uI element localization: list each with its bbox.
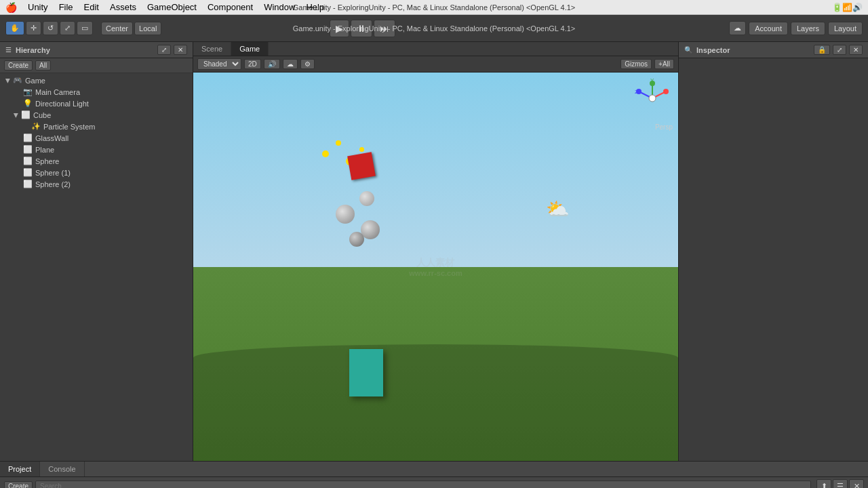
sphere-object-4 xyxy=(349,232,364,247)
toolbar: ✋ ✛ ↺ ⤢ ▭ Center Local Game.unity - Expl… xyxy=(0,15,868,42)
scene-gizmo: X Z Y xyxy=(632,78,673,119)
scene-settings-btn[interactable]: ⚙ xyxy=(300,59,315,69)
menu-component[interactable]: Component xyxy=(208,2,253,12)
game-icon: 🎮 xyxy=(13,76,22,85)
expand-cube: ▶ xyxy=(13,113,20,117)
hierarchy-item-particles[interactable]: ✨ Particle System xyxy=(0,121,193,132)
scene-sky xyxy=(193,73,678,286)
glasswall-icon: ⬜ xyxy=(23,134,33,142)
hierarchy-item-sphere1[interactable]: ⬜ Sphere (1) xyxy=(0,167,193,178)
menu-gameobject[interactable]: GameObject xyxy=(147,2,197,12)
bottom-toolbar: Create ⬆ ☰ ✕ xyxy=(0,477,868,488)
filter-btn[interactable]: ☰ xyxy=(833,479,848,488)
hierarchy-item-game[interactable]: ▶ 🎮 Game xyxy=(0,75,193,86)
hierarchy-all-btn[interactable]: All xyxy=(35,60,51,70)
rotate-tool[interactable]: ↺ xyxy=(43,21,58,35)
menubar: 🍎 Unity File Edit Assets GameObject Comp… xyxy=(0,0,868,15)
hierarchy-header: ☰ Hierarchy ⤢ ✕ xyxy=(0,42,193,58)
scene-tab[interactable]: Scene xyxy=(193,42,231,56)
menubar-title: Game.unity - ExploringUnity - PC, Mac & … xyxy=(293,3,576,12)
toolbar-right: ☁ Account Layers Layout xyxy=(729,21,863,35)
inspector-header: 🔍 Inspector 🔒 ⤢ ✕ xyxy=(679,42,868,58)
bottom-panel: Project Console Create ⬆ ☰ ✕ ▼ Favorites… xyxy=(0,461,868,488)
rect-tool[interactable]: ▭ xyxy=(77,21,93,35)
pivot-group: Center Local xyxy=(101,22,161,35)
inspector-actions: 🔒 ⤢ ✕ xyxy=(814,45,863,55)
bottom-right-icons: ⬆ ☰ ✕ xyxy=(816,479,864,488)
scene-ground-dark xyxy=(193,344,678,461)
hierarchy-toolbar: Create All xyxy=(0,58,193,73)
hand-tool[interactable]: ✋ xyxy=(5,21,24,35)
hierarchy-item-dir-light[interactable]: 💡 Directional Light xyxy=(0,98,193,109)
inspector-content xyxy=(679,58,868,461)
gizmos-btn[interactable]: Gizmos xyxy=(620,59,652,69)
inspector-icon: 🔍 xyxy=(684,46,692,54)
2d-btn[interactable]: 2D xyxy=(244,59,261,69)
scale-tool[interactable]: ⤢ xyxy=(60,21,75,35)
hierarchy-item-plane[interactable]: ⬜ Plane xyxy=(0,144,193,155)
menubar-right: Game.unity - ExploringUnity - PC, Mac & … xyxy=(832,3,863,12)
account-dropdown[interactable]: Account xyxy=(749,22,788,35)
hierarchy-item-cube[interactable]: ▶ ⬜ Cube xyxy=(0,109,193,121)
view-tabs: Scene Game xyxy=(193,42,678,56)
menu-assets[interactable]: Assets xyxy=(110,2,136,12)
inspector-panel: 🔍 Inspector 🔒 ⤢ ✕ xyxy=(678,42,868,461)
cloud-button[interactable]: ☁ xyxy=(729,21,746,35)
layers-dropdown[interactable]: Layers xyxy=(791,22,825,35)
inspector-close[interactable]: ✕ xyxy=(849,45,863,55)
audio-btn[interactable]: 🔊 xyxy=(264,59,280,69)
hierarchy-maximize[interactable]: ⤢ xyxy=(157,45,171,55)
teal-cube-object xyxy=(349,349,383,396)
close-search-btn[interactable]: ✕ xyxy=(849,479,864,488)
game-tab[interactable]: Game xyxy=(231,42,269,56)
project-tab[interactable]: Project xyxy=(0,462,40,476)
hierarchy-item-sphere[interactable]: ⬜ Sphere xyxy=(0,155,193,167)
hierarchy-close[interactable]: ✕ xyxy=(174,45,187,55)
fx-btn[interactable]: ☁ xyxy=(283,59,298,69)
menu-edit[interactable]: Edit xyxy=(84,2,99,12)
svg-point-6 xyxy=(649,95,656,102)
bottom-tabs: Project Console xyxy=(0,462,868,477)
hierarchy-item-sphere2[interactable]: ⬜ Sphere (2) xyxy=(0,178,193,190)
hierarchy-list: ▶ 🎮 Game 📷 Main Camera 💡 Directional Lig… xyxy=(0,73,193,461)
toolbar-title: Game.unity - ExploringUnity - PC, Mac & … xyxy=(293,24,576,33)
sphere-icon: ⬜ xyxy=(23,157,33,165)
sphere-object-1 xyxy=(336,205,355,224)
inspector-lock[interactable]: 🔒 xyxy=(814,45,830,55)
hierarchy-item-glasswall[interactable]: ⬜ GlassWall xyxy=(0,132,193,144)
scene-toolbar: Shaded 2D 🔊 ☁ ⚙ Gizmos +All xyxy=(193,56,678,73)
all-layers-btn[interactable]: +All xyxy=(654,59,674,69)
sphere-object-2 xyxy=(359,191,374,206)
system-icons: 🔋📶🔊 xyxy=(832,3,863,12)
move-tool[interactable]: ✛ xyxy=(26,21,41,35)
camera-icon: 📷 xyxy=(23,87,33,96)
sort-btn[interactable]: ⬆ xyxy=(816,479,831,488)
hierarchy-panel: ☰ Hierarchy ⤢ ✕ Create All ▶ 🎮 Game 📷 Ma… xyxy=(0,42,193,461)
svg-text:Z: Z xyxy=(635,89,638,95)
hierarchy-create-btn[interactable]: Create xyxy=(4,60,33,70)
center-panel: Scene Game Shaded 2D 🔊 ☁ ⚙ Gizmos +All xyxy=(193,42,678,461)
hierarchy-title: Hierarchy xyxy=(16,46,50,54)
layout-dropdown[interactable]: Layout xyxy=(828,22,863,35)
apple-menu[interactable]: 🍎 xyxy=(5,2,17,13)
svg-text:X: X xyxy=(663,89,667,95)
menu-window[interactable]: Window xyxy=(264,2,295,12)
perspective-label: Persp xyxy=(655,123,673,131)
plane-icon: ⬜ xyxy=(23,145,33,154)
inspector-maximize[interactable]: ⤢ xyxy=(833,45,846,55)
project-search[interactable] xyxy=(35,481,811,489)
pivot-btn[interactable]: Center xyxy=(101,22,133,35)
menu-file[interactable]: File xyxy=(59,2,73,12)
particles-icon: ✨ xyxy=(31,122,41,131)
menu-unity[interactable]: Unity xyxy=(28,2,48,12)
console-tab[interactable]: Console xyxy=(40,462,84,476)
scene-viewport[interactable]: ⛅ X Z Y Persp 人人素材 xyxy=(193,73,678,461)
cube-icon: ⬜ xyxy=(21,110,31,119)
project-create-btn[interactable]: Create xyxy=(4,481,33,489)
svg-text:Y: Y xyxy=(650,78,654,83)
space-btn[interactable]: Local xyxy=(134,22,161,35)
shading-select[interactable]: Shaded xyxy=(197,58,241,70)
hierarchy-item-main-camera[interactable]: 📷 Main Camera xyxy=(0,86,193,98)
cloud-object: ⛅ xyxy=(546,198,570,220)
sphere1-icon: ⬜ xyxy=(23,168,33,177)
